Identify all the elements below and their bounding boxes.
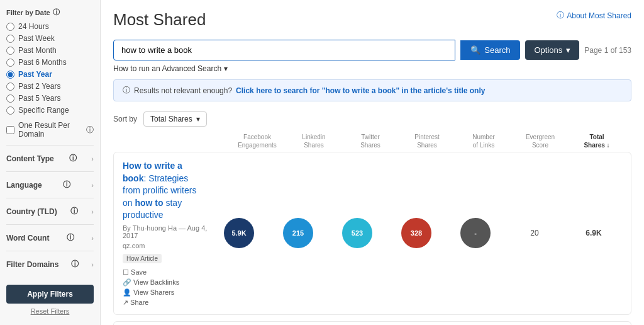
result-1-evergreen: 20 [506,229,563,237]
options-button[interactable]: Options ▾ [525,40,579,60]
radio-specific-range[interactable]: Specific Range [6,106,94,115]
sidebar: Filter by Date ⓘ 24 Hours Past Week Past… [0,0,101,325]
main-content: Most Shared ⓘ About Most Shared 🔍 Search… [101,0,644,325]
reset-filters-link[interactable]: Reset Filters [6,307,94,315]
chevron-down-icon: ▾ [566,45,570,55]
filter-domains-info-icon: ⓘ [71,259,79,270]
search-bar: 🔍 Search Options ▾ Page 1 of 153 [113,40,631,60]
word-count-info-icon: ⓘ [67,232,74,243]
search-input[interactable] [113,40,455,60]
page-header: Most Shared ⓘ About Most Shared [113,10,631,30]
info-icon-banner: ⓘ [123,85,130,96]
radio-past-month[interactable]: Past Month [6,46,94,55]
page-title: Most Shared [113,10,206,30]
sort-chevron-icon: ▾ [196,115,200,123]
content-type-section: Content Type ⓘ › [6,145,94,171]
col-header-evergreen: EvergreenScore [512,133,569,149]
radio-past-year[interactable]: Past Year [6,70,94,79]
sort-dropdown[interactable]: Total Shares ▾ [143,111,207,127]
result-1-backlinks[interactable]: 🔗 View Backlinks [123,278,208,287]
radio-past-6months[interactable]: Past 6 Months [6,58,94,67]
sort-label: Sort by [113,115,137,123]
result-card-2: How To Write A Book And Get Your Book Pu… [113,321,631,325]
result-1-pinterest: 328 [388,218,445,248]
col-header-facebook: FacebookEngagements [229,133,286,149]
result-1-domain: qz.com [123,242,208,249]
result-1-links: - [447,218,504,248]
result-1-twitter: 523 [329,218,386,248]
country-tld-section: Country (TLD) ⓘ › [6,198,94,224]
content-type-row[interactable]: Content Type ⓘ › [6,151,94,166]
content-type-info-icon: ⓘ [69,153,77,164]
radio-past-5years[interactable]: Past 5 Years [6,94,94,103]
col-header-linkedin: LinkedinShares [286,133,342,149]
result-1-share[interactable]: ↗ Share [123,299,208,307]
apply-filters-button[interactable]: Apply Filters [6,285,94,304]
date-filter-options: 24 Hours Past Week Past Month Past 6 Mon… [6,22,94,115]
title-only-search-link[interactable]: Click here to search for "how to write a… [236,86,485,95]
result-1-total: 6.9K [565,229,622,237]
word-count-section: Word Count ⓘ › [6,224,94,251]
result-1-left: How to write a book: Strategies from pro… [123,160,208,307]
about-most-shared-link[interactable]: ⓘ About Most Shared [557,10,631,21]
col-header-pinterest: PinterestShares [399,133,455,149]
info-icon: ⓘ [53,8,60,17]
result-card-1: How to write a book: Strategies from pro… [113,152,631,315]
language-chevron: › [91,181,94,189]
country-chevron: › [91,208,94,215]
filter-domains-section: Filter Domains ⓘ › [6,251,94,277]
search-button[interactable]: 🔍 Search [460,40,520,60]
word-count-row[interactable]: Word Count ⓘ › [6,230,94,246]
col-header-links: Numberof Links [455,133,512,149]
filter-domains-chevron: › [91,261,94,268]
search-icon: 🔍 [470,45,480,55]
result-1-facebook: 5.9K [211,218,267,248]
word-count-chevron: › [91,234,94,242]
result-1-tag: How Article [123,254,162,263]
result-1-save[interactable]: ☐ Save [123,268,208,277]
col-header-title [119,133,229,149]
result-1-meta: By Thu-huong Ha — Aug 4, 2017 [123,224,208,239]
radio-24hours[interactable]: 24 Hours [6,22,94,31]
col-header-total: TotalShares ↓ [569,133,625,149]
one-result-info-icon: ⓘ [86,125,94,135]
sort-row: Sort by Total Shares ▾ [113,111,631,127]
country-tld-row[interactable]: Country (TLD) ⓘ › [6,203,94,219]
filter-date-label: Filter by Date ⓘ [6,8,94,17]
language-info-icon: ⓘ [63,180,70,190]
relevance-banner: ⓘ Results not relevant enough? Click her… [113,79,631,101]
language-section: Language ⓘ › [6,171,94,198]
filter-domains-row[interactable]: Filter Domains ⓘ › [6,256,94,272]
country-info-icon: ⓘ [70,206,78,217]
one-result-per-domain-checkbox[interactable]: One Result Per Domain ⓘ [6,121,94,139]
column-headers: FacebookEngagements LinkedinShares Twitt… [113,133,631,149]
page-info: Page 1 of 153 [584,46,631,55]
result-1-sharers[interactable]: 👤 View Sharers [123,288,208,297]
content-type-chevron: › [91,155,94,162]
col-header-twitter: TwitterShares [342,133,399,149]
result-1-actions: ☐ Save 🔗 View Backlinks 👤 View Sharers ↗… [123,268,208,307]
language-row[interactable]: Language ⓘ › [6,177,94,193]
info-circle-icon: ⓘ [557,10,564,21]
result-1-linkedin: 215 [270,218,326,248]
result-1-title[interactable]: How to write a book: Strategies from pro… [123,160,208,222]
radio-past-week[interactable]: Past Week [6,34,94,43]
advanced-search-link[interactable]: How to run an Advanced Search ▾ [113,64,631,73]
radio-past-2years[interactable]: Past 2 Years [6,82,94,91]
chevron-down-icon-advanced: ▾ [224,64,228,73]
